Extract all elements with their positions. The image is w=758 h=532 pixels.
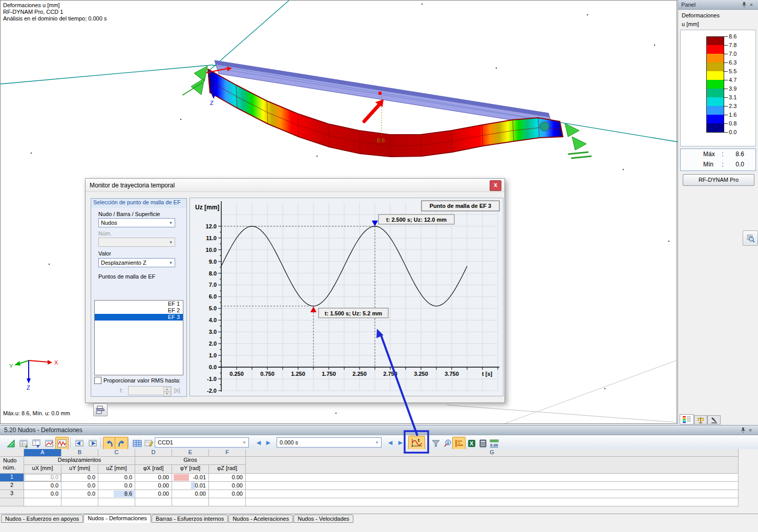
table-cell[interactable] xyxy=(246,482,739,490)
svg-text:6.0: 6.0 xyxy=(209,293,217,300)
column-letter-C[interactable]: C xyxy=(98,449,135,457)
prev-time-button[interactable]: ◀ xyxy=(386,438,395,447)
previous-table-button[interactable] xyxy=(73,437,86,450)
value-type-select[interactable]: Desplazamiento Z▾ xyxy=(98,258,175,267)
table-cell[interactable] xyxy=(246,474,739,482)
spinner-buttons[interactable]: ▲▼ xyxy=(163,387,171,394)
results-panel: Panel × Deformaciones u [mm] 8.67.87.06.… xyxy=(678,0,758,424)
table-cell[interactable]: 0.0 xyxy=(61,490,98,498)
edit-table-button[interactable] xyxy=(142,437,156,450)
time-step-select[interactable]: 0.000 s▾ xyxy=(277,437,382,448)
decimal-places-button[interactable]: 0.00 xyxy=(488,437,501,450)
mesh-list-item[interactable]: EF 3 xyxy=(95,314,183,321)
close-icon[interactable]: × xyxy=(747,427,754,434)
table-diagram-button[interactable] xyxy=(43,437,56,450)
pin-icon[interactable] xyxy=(740,427,747,434)
pin-icon[interactable] xyxy=(741,1,748,8)
table-panel-titlebar[interactable]: 5.20 Nudos - Deformaciones × xyxy=(0,425,758,435)
mesh-point-list[interactable]: EF 1EF 2EF 3 xyxy=(94,300,183,375)
svg-text:9.0: 9.0 xyxy=(209,259,217,265)
table-cell[interactable]: 0.0 xyxy=(61,474,98,482)
table-cell[interactable]: 0.00 xyxy=(172,490,209,498)
row-number-1[interactable]: 1 xyxy=(0,474,24,482)
table-cell[interactable] xyxy=(209,498,246,506)
column-letter-B[interactable]: B xyxy=(61,449,98,457)
panel-titlebar[interactable]: Panel × xyxy=(678,0,758,10)
table-cell[interactable]: 0.0 xyxy=(24,474,61,482)
table-cell[interactable]: 0.00 xyxy=(135,474,172,482)
table-cell[interactable] xyxy=(246,498,739,506)
legend-color-cell xyxy=(706,106,724,115)
column-letter-G[interactable]: G xyxy=(246,449,739,457)
module-button[interactable]: RF-DYNAM Pro xyxy=(683,174,754,186)
table-cell[interactable] xyxy=(246,490,739,498)
result-bars-button[interactable] xyxy=(452,437,466,450)
value-bar xyxy=(174,474,189,481)
load-case-select[interactable]: CCD1▾ xyxy=(155,437,249,448)
group-header-giros: Giros xyxy=(135,457,246,465)
table-cell[interactable]: 0.0 xyxy=(98,482,135,490)
table-cell[interactable]: 0.00 xyxy=(209,482,246,490)
column-letter-A[interactable]: A xyxy=(24,449,61,457)
svg-text:±: ± xyxy=(25,444,28,449)
table-tab-1[interactable]: Nudos - Deformaciones xyxy=(83,514,151,523)
svg-text:X: X xyxy=(54,359,58,366)
show-results-button[interactable] xyxy=(4,437,17,450)
wave-icon xyxy=(57,438,67,449)
result-diagrams-button[interactable] xyxy=(55,437,69,450)
time-course-monitor-button[interactable]: t xyxy=(408,436,425,451)
next-time-button[interactable]: ▶ xyxy=(396,438,405,447)
dialog-titlebar[interactable]: Monitor de trayectoria temporal xyxy=(86,179,504,192)
table-cell[interactable]: 0.00 xyxy=(135,490,172,498)
table-cell[interactable]: 0.00 xyxy=(209,490,246,498)
table-cell[interactable]: 0.0 xyxy=(61,482,98,490)
dialog-close-button[interactable]: x xyxy=(490,180,501,191)
next-table-button[interactable] xyxy=(86,437,99,450)
row-number-2[interactable]: 2 xyxy=(0,482,24,490)
next-case-button[interactable]: ▶ xyxy=(264,438,273,447)
node-type-select[interactable]: Nudos▾ xyxy=(98,218,175,227)
time-course-monitor-dialog[interactable]: Monitor de trayectoria temporal x Selecc… xyxy=(85,178,505,403)
column-letter-D[interactable]: D xyxy=(135,449,172,457)
panel-tab-filter[interactable] xyxy=(707,415,721,424)
row-number-3[interactable]: 3 xyxy=(0,490,24,498)
table-cell[interactable]: 0.0 xyxy=(24,490,61,498)
table-cell[interactable]: 0.00 xyxy=(209,474,246,482)
table-cell[interactable]: -0.01 xyxy=(172,474,209,482)
table-cell[interactable] xyxy=(24,498,61,506)
table-cell[interactable]: 8.6 xyxy=(98,490,135,498)
print-button[interactable] xyxy=(93,403,108,416)
result-values-button[interactable] xyxy=(743,230,758,246)
table-cell[interactable]: 0.0 xyxy=(24,482,61,490)
table-cell[interactable] xyxy=(98,498,135,506)
svg-text:-1.0: -1.0 xyxy=(207,376,217,382)
table-cell[interactable]: 0.0 xyxy=(98,474,135,482)
table-cell[interactable] xyxy=(172,498,209,506)
table-tab-4[interactable]: Nudos - Velocidades xyxy=(293,515,353,523)
mesh-list-item[interactable]: EF 1 xyxy=(95,301,183,307)
table-cell[interactable]: 0.01 xyxy=(172,482,209,490)
table-tab-2[interactable]: Barras - Esfuerzos internos xyxy=(152,515,228,523)
panel-tab-colorscale[interactable] xyxy=(680,414,694,424)
support-arrow xyxy=(572,137,586,150)
rms-checkbox-row[interactable]: Proporcionar valor RMS hasta: xyxy=(94,377,180,384)
rms-checkbox[interactable] xyxy=(94,377,101,384)
redo-button[interactable] xyxy=(115,437,128,450)
table-tab-3[interactable]: Nudos - Aceleraciones xyxy=(228,515,293,523)
seconds-unit-label: [s] xyxy=(174,387,180,393)
close-icon[interactable]: × xyxy=(748,1,755,8)
table-cell[interactable]: 0.00 xyxy=(135,482,172,490)
row-number-empty[interactable] xyxy=(0,498,24,506)
table-settings-button[interactable]: ± xyxy=(17,437,31,450)
table-cell[interactable] xyxy=(61,498,98,506)
mesh-list-item[interactable]: EF 2 xyxy=(95,307,183,314)
table-cell[interactable] xyxy=(135,498,172,506)
group-header-desplazamientos: Desplazamientos xyxy=(24,457,135,465)
panel-tab-factors[interactable] xyxy=(694,415,707,424)
table-tab-0[interactable]: Nudos - Esfuerzos en apoyos xyxy=(1,515,83,523)
column-letter-E[interactable]: E xyxy=(172,449,209,457)
prev-case-button[interactable]: ◀ xyxy=(254,438,263,447)
column-letter-F[interactable]: F xyxy=(209,449,246,457)
export-table-button[interactable] xyxy=(30,437,44,450)
svg-text:8.0: 8.0 xyxy=(209,270,217,276)
